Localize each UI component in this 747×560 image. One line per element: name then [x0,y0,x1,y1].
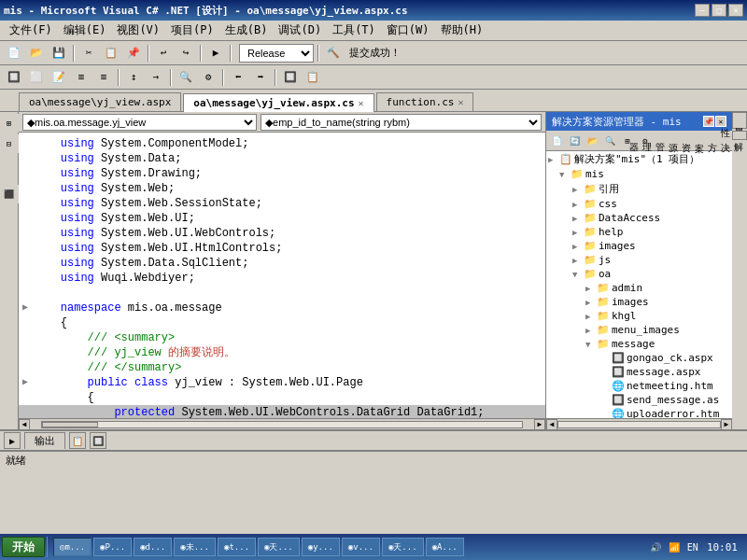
menu-window[interactable]: 窗口(W) [381,21,435,40]
redo-button[interactable]: ↪ [176,44,196,63]
scroll-thumb[interactable] [42,422,98,427]
tree-scroll-left[interactable]: ◀ [546,419,557,430]
tab-aspx-cs[interactable]: oa\message\yj_view.aspx.cs ✕ [183,93,374,112]
left-tb-1[interactable]: ⊞ [0,114,20,133]
taskbar-item-4[interactable]: ◉未... [174,538,216,556]
toolbar2-btn4[interactable]: ≡ [71,68,92,87]
side-tab-properties[interactable]: 属性 [732,112,747,129]
tree-scrollbar[interactable]: ◀ ▶ [546,418,732,429]
taskbar-item-9[interactable]: ◉天... [382,538,424,556]
toolbar2-btn2[interactable]: ⬜ [26,68,47,87]
tree-folder-images[interactable]: ▶ 📁 images [546,239,732,253]
tree-folder-css[interactable]: ▶ 📁 css [546,197,732,211]
configuration-select[interactable]: Release Debug [239,44,314,63]
taskbar-item-8[interactable]: ◉v... [342,538,380,556]
open-button[interactable]: 📂 [26,44,47,63]
tree-folder-khgl[interactable]: ▶ 📁 khgl [546,309,732,323]
panel-close-btn[interactable]: ✕ [715,116,726,127]
toolbar2-btn11[interactable]: ➡ [250,68,271,87]
toolbar2-btn9[interactable]: ⚙ [198,68,218,87]
start-button[interactable]: 开始 [2,537,45,557]
tree-folder-data[interactable]: ▶ 📁 DataAccess [546,211,732,225]
tree-file-upload[interactable]: 🌐 uploaderror.htm [546,407,732,418]
tree-folder-menu-images[interactable]: ▶ 📁 menu_images [546,323,732,337]
menu-edit[interactable]: 编辑(E) [58,21,112,40]
taskbar-item-mis[interactable]: ◎m... [53,538,92,556]
taskbar-item-2[interactable]: ◉P... [93,538,132,556]
start-button[interactable]: ▶ [205,44,226,63]
tab-aspx[interactable]: oa\message\yj_view.aspx [19,92,181,111]
panel-btn6[interactable]: ⚙ [637,133,654,149]
method-selector[interactable]: ◆emp_id_to_name(string rybm) [261,114,542,131]
menu-tools[interactable]: 工具(T) [327,21,381,40]
tree-folder-admin[interactable]: ▶ 📁 admin [546,281,732,295]
toolbar2-btn1[interactable]: 🔲 [4,68,24,87]
taskbar: 开始 ◎m... ◉P... ◉d... ◉未... ◉t... ◉天... ◉… [0,534,747,560]
code-area[interactable]: using System.ComponentModel; using Syste… [19,133,545,418]
panel-btn2[interactable]: 🔄 [566,133,583,149]
tree-folder-help[interactable]: ▶ 📁 help [546,225,732,239]
left-tb-2[interactable]: ⊟ [0,134,20,153]
tree-folder-js[interactable]: ▶ 📁 js [546,253,732,267]
tree-folder-message[interactable]: ▼ 📁 message [546,337,732,351]
side-tab-solution[interactable]: 解决方案资源管理器 [732,131,747,140]
menu-project[interactable]: 项目(P) [165,21,219,40]
save-button[interactable]: 💾 [49,44,69,63]
class-selector[interactable]: ◆mis.oa.message.yj_view [22,114,257,131]
tree-file-netmeeting[interactable]: 🌐 netmeeting.htm [546,379,732,393]
horizontal-scrollbar[interactable]: ◀ ▶ [19,418,545,429]
scroll-right-btn[interactable]: ▶ [534,419,545,430]
output-icon1[interactable]: ▶ [4,432,21,449]
tree-folder-ref[interactable]: ▶ 📁 引用 [546,181,732,197]
paste-button[interactable]: 📌 [123,44,144,63]
toolbar2-btn5[interactable]: ≡ [93,68,114,87]
taskbar-item-10[interactable]: ◉A... [426,538,464,556]
menu-debug[interactable]: 调试(D) [273,21,327,40]
panel-btn4[interactable]: 🔍 [601,133,618,149]
tree-file-gongao[interactable]: 🔲 gongao_ck.aspx [546,351,732,365]
maximize-button[interactable]: □ [712,4,726,17]
minimize-button[interactable]: — [695,4,710,17]
toolbar2-btn12[interactable]: 🔲 [280,68,301,87]
menu-build[interactable]: 生成(B) [219,21,274,40]
left-tb-3[interactable]: ⬛ [0,185,20,203]
taskbar-item-3[interactable]: ◉d... [134,538,172,556]
taskbar-item-5[interactable]: ◉t... [218,538,256,556]
undo-button[interactable]: ↩ [153,44,174,63]
panel-btn3[interactable]: 📂 [584,133,600,149]
menu-view[interactable]: 视图(V) [111,21,165,40]
tree-folder-oa-images[interactable]: ▶ 📁 images [546,295,732,309]
toolbar2-btn10[interactable]: ⬅ [228,68,248,87]
tab-function-cs-close[interactable]: ✕ [458,97,463,107]
toolbar2-btn7[interactable]: → [146,68,166,87]
tree-mis[interactable]: ▼ 📁 mis [546,167,732,181]
copy-button[interactable]: 📋 [101,44,121,63]
scroll-left-btn[interactable]: ◀ [19,419,30,430]
tree-folder-oa[interactable]: ▼ 📁 oa [546,267,732,281]
menu-help[interactable]: 帮助(H) [435,21,489,40]
toolbar2-btn13[interactable]: 📋 [303,68,323,87]
panel-btn1[interactable]: 📄 [548,133,565,149]
toolbar2-btn8[interactable]: 🔍 [176,68,196,87]
tab-function-cs[interactable]: function.cs ✕ [376,92,474,111]
toolbar2-btn3[interactable]: 📝 [49,68,69,87]
close-button[interactable]: ✕ [728,4,743,17]
cut-button[interactable]: ✂ [78,44,99,63]
tree-root[interactable]: ▶ 📋 解决方案"mis"（1 项目） [546,151,732,167]
taskbar-item-7[interactable]: ◉y... [302,538,340,556]
new-button[interactable]: 📄 [4,44,24,63]
tree-scroll-track[interactable] [557,421,721,428]
tree-scroll-right[interactable]: ▶ [721,419,732,430]
output-tab[interactable]: 输出 [24,432,65,449]
scroll-track[interactable] [41,421,523,428]
output-icon2[interactable]: 📋 [69,432,86,449]
output-icon3[interactable]: 🔲 [90,432,106,449]
toolbar2-btn6[interactable]: ↕ [123,68,144,87]
taskbar-item-6[interactable]: ◉天... [258,538,300,556]
tree-file-message[interactable]: 🔲 message.aspx [546,365,732,379]
menu-file[interactable]: 文件(F) [4,21,58,40]
tab-aspx-cs-close[interactable]: ✕ [359,98,364,108]
tree-file-send[interactable]: 🔲 send_message.as [546,393,732,407]
panel-btn5[interactable]: ⊞ [619,133,636,149]
panel-pin-btn[interactable]: 📌 [703,116,714,127]
